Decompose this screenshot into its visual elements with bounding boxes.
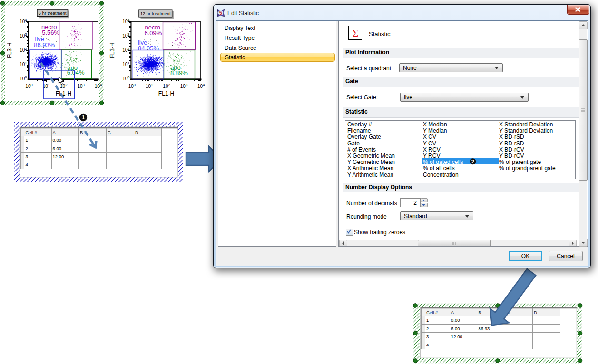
svg-text:12 hr treatment: 12 hr treatment <box>140 11 171 16</box>
svg-text:103: 103 <box>20 32 27 38</box>
svg-text:2: 2 <box>471 159 474 164</box>
svg-text:6.00: 6.00 <box>451 326 460 331</box>
svg-text:2: 2 <box>426 326 429 331</box>
svg-text:0.00: 0.00 <box>451 317 460 323</box>
svg-text:3: 3 <box>426 334 429 339</box>
svg-text:102: 102 <box>20 47 27 53</box>
svg-text:101: 101 <box>122 61 129 67</box>
svg-text:FL1-H: FL1-H <box>158 90 174 97</box>
svg-text:6.04%: 6.04% <box>67 69 85 76</box>
svg-text:Σ: Σ <box>353 28 358 39</box>
svg-text:1: 1 <box>82 115 85 120</box>
svg-text:84.05%: 84.05% <box>138 45 159 52</box>
svg-text:D: D <box>534 310 537 315</box>
svg-text:102: 102 <box>163 83 170 89</box>
svg-text:A: A <box>451 310 454 315</box>
svg-text:A: A <box>53 130 56 135</box>
svg-text:103: 103 <box>77 83 84 89</box>
svg-text:6.09%: 6.09% <box>144 29 162 37</box>
svg-text:D: D <box>135 130 138 135</box>
svg-text:2: 2 <box>26 146 28 151</box>
svg-text:104: 104 <box>122 18 129 24</box>
svg-text:100: 100 <box>20 75 27 81</box>
svg-text:102: 102 <box>122 47 129 53</box>
svg-text:4: 4 <box>26 162 28 167</box>
svg-text:86.93%: 86.93% <box>34 41 55 48</box>
svg-text:12.00: 12.00 <box>53 154 64 159</box>
svg-text:FL1-H: FL1-H <box>56 90 71 97</box>
svg-text:Cell #: Cell # <box>426 310 438 315</box>
svg-text:103: 103 <box>180 83 187 89</box>
svg-text:3: 3 <box>26 154 28 159</box>
svg-text:86.93: 86.93 <box>479 326 490 331</box>
svg-text:8.89%: 8.89% <box>170 69 188 77</box>
svg-text:Cell #: Cell # <box>26 130 38 135</box>
svg-text:6.00: 6.00 <box>53 146 62 151</box>
svg-text:4: 4 <box>426 342 429 347</box>
svg-text:5: 5 <box>219 10 223 16</box>
svg-text:104: 104 <box>197 83 205 89</box>
svg-text:6 hr treatment: 6 hr treatment <box>39 11 67 16</box>
svg-text:B: B <box>479 310 481 315</box>
svg-text:1: 1 <box>426 317 429 323</box>
svg-text:1: 1 <box>26 137 28 143</box>
svg-text:5.56%: 5.56% <box>42 29 59 36</box>
svg-text:FL3-H: FL3-H <box>6 42 13 58</box>
svg-text:103: 103 <box>122 32 129 38</box>
svg-text:FL3-H: FL3-H <box>109 42 116 58</box>
svg-text:C: C <box>108 130 111 135</box>
svg-text:12.00: 12.00 <box>451 334 462 339</box>
svg-text:100: 100 <box>128 83 136 89</box>
svg-text:100: 100 <box>122 75 129 81</box>
svg-text:101: 101 <box>146 83 153 89</box>
svg-text:104: 104 <box>20 18 27 24</box>
svg-text:0.00: 0.00 <box>53 137 62 143</box>
svg-text:100: 100 <box>25 83 32 89</box>
svg-text:101: 101 <box>20 61 27 67</box>
svg-text:B: B <box>80 130 83 135</box>
